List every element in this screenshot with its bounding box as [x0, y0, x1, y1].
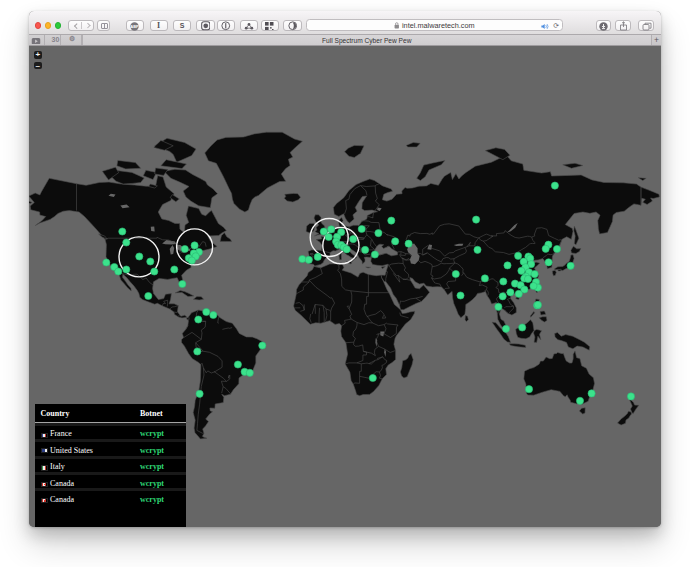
svg-text:ABP: ABP — [130, 24, 139, 29]
